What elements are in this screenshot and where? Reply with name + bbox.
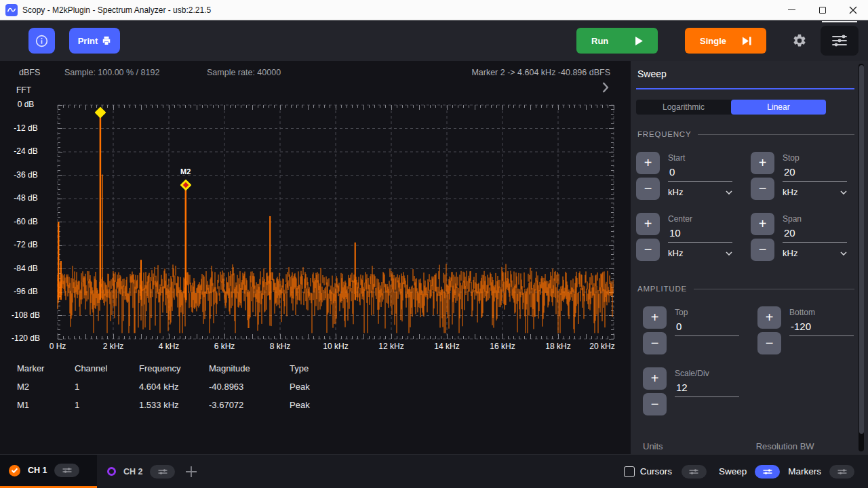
marker-table-cell: -40.8963 [209, 382, 290, 392]
center-increment-button[interactable] [636, 213, 660, 235]
marker-table-header-cell: Type [290, 363, 337, 373]
print-button[interactable]: Print [69, 28, 120, 54]
y-tick-label: -48 dB [0, 193, 52, 203]
start-unit-select[interactable]: kHz [668, 187, 732, 197]
channel-2-enable-checkbox[interactable] [107, 467, 116, 476]
maximize-icon [819, 7, 826, 14]
stop-increment-button[interactable] [751, 152, 774, 174]
bottom-value[interactable]: -120 [789, 321, 854, 336]
channel-1-label: CH 1 [28, 466, 47, 475]
toggle-logarithmic[interactable]: Logarithmic [636, 100, 731, 115]
channel-1-settings-button[interactable] [54, 464, 79, 477]
fft-mode-label: FFT [16, 85, 31, 95]
x-tick-label: 10 kHz [315, 342, 356, 351]
maximize-button[interactable] [807, 0, 837, 20]
center-label: Center [668, 214, 732, 224]
span-decrement-button[interactable] [751, 239, 774, 261]
channel-2-tab[interactable]: CH 2 [107, 465, 175, 479]
minimize-icon [788, 9, 795, 11]
channel-1-enable-checkbox[interactable] [9, 465, 20, 476]
y-tick-label: -12 dB [0, 123, 52, 133]
scrollbar-thumb[interactable] [859, 65, 864, 434]
x-tick-label: 12 kHz [371, 342, 412, 351]
marker-m2-handle[interactable] [180, 179, 191, 190]
run-button[interactable]: Run [576, 28, 658, 54]
marker-table-cell: 4.604 kHz [139, 382, 209, 392]
top-decrement-button[interactable] [643, 332, 667, 354]
sweep-settings-button[interactable] [755, 465, 780, 479]
start-unit: kHz [668, 187, 683, 197]
scale-div-increment-button[interactable] [643, 367, 667, 390]
cursors-label: Cursors [640, 466, 672, 476]
y-tick-label: -84 dB [0, 264, 52, 273]
bottom-increment-button[interactable] [757, 306, 781, 329]
start-increment-button[interactable] [636, 152, 660, 174]
marker-table-cell: 1 [75, 400, 139, 410]
markers-settings-button[interactable] [829, 465, 854, 479]
spinbox-top: Top 0 [643, 306, 739, 354]
bottom-bar-right: Cursors Sweep Markers [624, 465, 854, 479]
start-label: Start [668, 153, 732, 163]
scale-div-value[interactable]: 12 [675, 382, 739, 397]
info-button[interactable] [28, 28, 55, 54]
marker-table-header: MarkerChannelFrequencyMagnitudeType [0, 363, 366, 373]
cursors-checkbox[interactable] [624, 466, 635, 477]
span-unit-select[interactable]: kHz [783, 248, 847, 258]
plus-icon [185, 466, 197, 478]
marker-table-cell: Peak [290, 382, 337, 392]
stop-value[interactable]: 20 [783, 166, 847, 182]
markers-layer: M2 [58, 105, 614, 339]
x-tick-label: 20 kHz [582, 342, 623, 351]
spectrum-plot[interactable]: M2 [58, 105, 614, 339]
bottom-decrement-button[interactable] [757, 332, 781, 354]
toolbar: Print Run Single [0, 20, 868, 61]
add-channel-button[interactable] [183, 464, 199, 480]
window-title: Scopy - M2kPlugin - Spectrum Analyzer - … [22, 5, 211, 15]
chevron-down-icon [726, 190, 732, 195]
panel-footer-labels: Units Resolution BW [636, 441, 854, 451]
marker-m2-label: M2 [180, 167, 191, 176]
span-increment-button[interactable] [751, 213, 774, 235]
marker-table-cell: 1 [75, 382, 139, 392]
mini-sliders-icon [837, 468, 848, 475]
scale-div-decrement-button[interactable] [643, 393, 667, 415]
span-value[interactable]: 20 [783, 227, 847, 243]
minimize-button[interactable] [776, 0, 807, 20]
start-value[interactable]: 0 [668, 166, 732, 182]
panel-toggle-button[interactable] [821, 26, 859, 56]
scopy-logo-icon [5, 4, 18, 16]
channel-2-label: CH 2 [123, 467, 142, 476]
frequency-section-header: FREQUENCY [637, 130, 854, 138]
start-decrement-button[interactable] [636, 178, 660, 200]
single-button[interactable]: Single [685, 28, 766, 54]
top-value[interactable]: 0 [675, 321, 739, 336]
cursors-settings-button[interactable] [682, 465, 707, 479]
skip-to-end-icon [743, 37, 751, 45]
plot-pane: dBFS Sample: 100.00 % / 8192 Sample rate… [0, 61, 631, 454]
stop-decrement-button[interactable] [751, 178, 774, 200]
top-increment-button[interactable] [643, 306, 667, 329]
channel-1-tab[interactable]: CH 1 [0, 455, 97, 488]
y-tick-label: -36 dB [0, 170, 52, 180]
close-button[interactable] [837, 0, 868, 20]
center-unit-select[interactable]: kHz [668, 248, 732, 258]
panel-title-underline [636, 88, 854, 89]
chevron-right-icon[interactable] [602, 82, 613, 93]
center-decrement-button[interactable] [636, 239, 660, 261]
y-tick-label: -24 dB [0, 146, 52, 156]
marker-table-header-cell: Frequency [139, 363, 209, 373]
active-tool-indicator [822, 21, 857, 22]
center-value[interactable]: 10 [668, 227, 732, 243]
x-tick-label: 16 kHz [482, 342, 523, 351]
chevron-down-icon [840, 190, 847, 195]
print-label: Print [78, 36, 98, 46]
check-icon [11, 467, 18, 474]
channel-2-settings-button[interactable] [150, 465, 175, 479]
gear-icon[interactable] [789, 33, 810, 48]
panel-scrollbar[interactable] [859, 64, 864, 451]
mini-sliders-icon [157, 468, 168, 475]
x-tick-label: 14 kHz [427, 342, 467, 351]
toggle-linear[interactable]: Linear [731, 100, 826, 115]
marker-m1-handle[interactable] [94, 106, 106, 118]
stop-unit-select[interactable]: kHz [783, 187, 847, 197]
